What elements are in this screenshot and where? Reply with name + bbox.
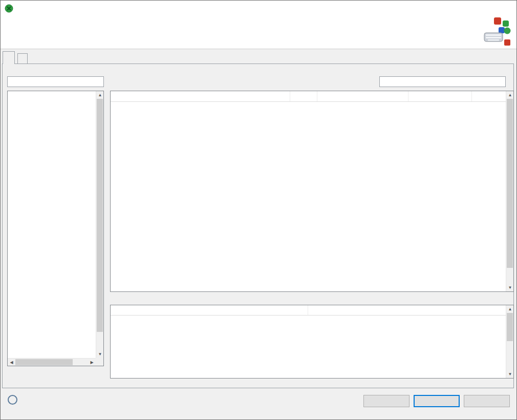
tree-vertical-scrollbar[interactable]: ▲ ▼ bbox=[96, 91, 103, 358]
maximize-button[interactable] bbox=[469, 1, 493, 16]
scroll-up-icon[interactable]: ▲ bbox=[96, 91, 104, 99]
active-rules-filter-input[interactable] bbox=[379, 76, 506, 87]
apply-button[interactable] bbox=[363, 395, 410, 407]
parameters-table-header bbox=[111, 305, 506, 316]
column-header-output-field[interactable] bbox=[408, 91, 472, 101]
active-rules-table: ▲ ▼ bbox=[110, 91, 514, 292]
scrollbar-thumb[interactable] bbox=[15, 359, 73, 365]
scrollbar-thumb[interactable] bbox=[97, 99, 103, 332]
column-header-value[interactable] bbox=[308, 305, 506, 315]
column-header-name[interactable] bbox=[111, 91, 290, 101]
help-icon[interactable] bbox=[8, 395, 17, 405]
tree-horizontal-scrollbar[interactable]: ◀ ▶ bbox=[8, 358, 96, 366]
parameters-table-body bbox=[111, 316, 506, 378]
scroll-up-icon[interactable]: ▲ bbox=[506, 91, 514, 99]
titlebar bbox=[1, 1, 516, 16]
minimize-button[interactable] bbox=[446, 1, 469, 16]
rules-vertical-scrollbar[interactable]: ▲ ▼ bbox=[506, 91, 513, 291]
parameters-table: ▲ ▼ bbox=[110, 305, 514, 379]
scroll-up-icon[interactable]: ▲ bbox=[506, 305, 514, 313]
custom-rule-row bbox=[5, 379, 6, 389]
parameters-vertical-scrollbar[interactable]: ▲ ▼ bbox=[506, 305, 513, 378]
scroll-down-icon[interactable]: ▼ bbox=[506, 370, 514, 378]
ok-button[interactable] bbox=[414, 395, 460, 407]
app-icon bbox=[5, 4, 13, 13]
cancel-button[interactable] bbox=[464, 395, 510, 407]
column-header-enabled[interactable] bbox=[472, 91, 506, 101]
scrollbar-thumb[interactable] bbox=[507, 99, 513, 268]
available-rules-filter-input[interactable] bbox=[7, 76, 104, 87]
column-header-parameter[interactable] bbox=[111, 305, 308, 315]
column-header-input-fields[interactable] bbox=[317, 91, 408, 101]
tab-code[interactable] bbox=[17, 53, 28, 64]
tab-rules[interactable] bbox=[3, 51, 15, 64]
scrollbar-corner bbox=[96, 358, 103, 366]
scroll-down-icon[interactable]: ▼ bbox=[506, 284, 514, 291]
rules-table-body bbox=[111, 102, 506, 291]
validator-window: ▲ ▼ ◀ ▶ bbox=[0, 0, 517, 420]
column-header-operation[interactable] bbox=[290, 91, 317, 101]
scroll-down-icon[interactable]: ▼ bbox=[96, 350, 104, 358]
available-rules-tree: ▲ ▼ ◀ ▶ bbox=[7, 91, 104, 366]
close-button[interactable] bbox=[493, 1, 516, 16]
rules-table-header bbox=[111, 91, 506, 102]
dialog-footer bbox=[1, 388, 516, 419]
scrollbar-thumb[interactable] bbox=[507, 313, 513, 341]
dialog-banner bbox=[1, 16, 516, 49]
clover-logo-icon bbox=[484, 17, 511, 48]
tab-bar bbox=[3, 51, 29, 64]
scroll-left-icon[interactable]: ◀ bbox=[8, 359, 15, 366]
rules-tab-page: ▲ ▼ ◀ ▶ bbox=[2, 64, 514, 388]
tree-view bbox=[8, 92, 96, 358]
scroll-right-icon[interactable]: ▶ bbox=[88, 359, 96, 366]
